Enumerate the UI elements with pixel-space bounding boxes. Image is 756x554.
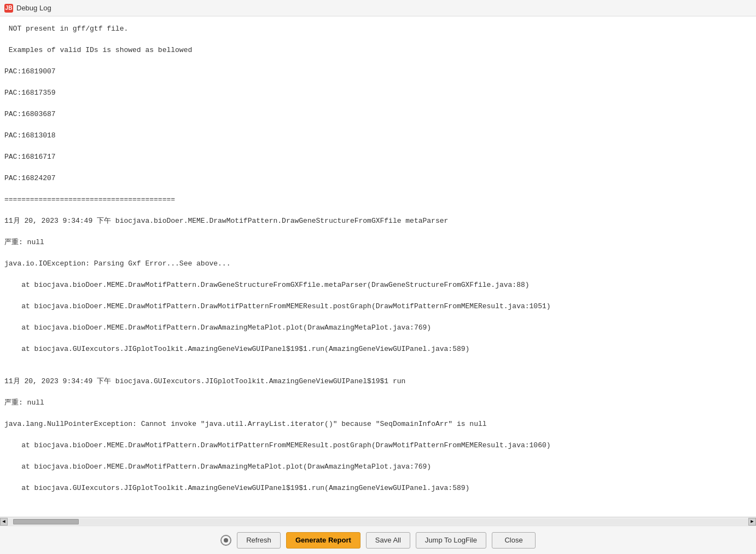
horizontal-scrollbar[interactable]: ◀ ▶ xyxy=(0,517,756,526)
title-bar: JB Debug Log xyxy=(0,0,756,16)
log-content[interactable]: at biocjava.bioDoer.MEME.GeneStructure.G… xyxy=(0,16,756,517)
window-title: Debug Log xyxy=(16,4,51,12)
jump-to-logfile-button[interactable]: Jump To LogFile xyxy=(416,532,486,549)
log-text: at biocjava.bioDoer.MEME.GeneStructure.G… xyxy=(0,16,756,515)
scroll-thumb[interactable] xyxy=(13,519,79,524)
scroll-track[interactable] xyxy=(8,518,748,525)
scroll-left-arrow[interactable]: ◀ xyxy=(0,518,8,526)
scroll-right-arrow[interactable]: ▶ xyxy=(748,518,756,526)
radio-indicator xyxy=(220,535,231,546)
bottom-toolbar: Refresh Generate Report Save All Jump To… xyxy=(0,526,756,554)
jb-icon: JB xyxy=(4,4,13,13)
refresh-button[interactable]: Refresh xyxy=(237,532,281,549)
save-all-button[interactable]: Save All xyxy=(366,532,410,549)
generate-report-button[interactable]: Generate Report xyxy=(286,532,360,549)
close-button[interactable]: Close xyxy=(492,532,536,549)
radio-inner xyxy=(224,538,228,543)
